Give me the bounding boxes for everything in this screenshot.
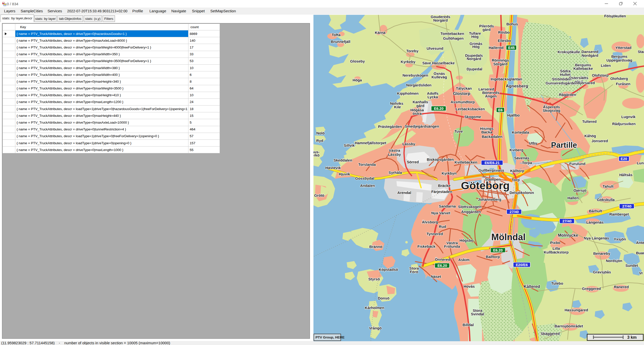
svg-text:Benareby: Benareby: [593, 252, 610, 256]
svg-text:Lunk: Lunk: [637, 161, 644, 165]
svg-text:Österslätts: Österslätts: [569, 76, 588, 80]
svg-text:Lilla: Lilla: [552, 247, 560, 251]
svg-text:Mölndal: Mölndal: [491, 232, 526, 242]
svg-text:Låssby: Låssby: [388, 153, 401, 157]
svg-text:27/40: 27/40: [510, 210, 519, 214]
svg-text:Assmundtorp: Assmundtorp: [451, 100, 475, 104]
svg-text:Skeddalen: Skeddalen: [334, 158, 352, 162]
svg-text:Backadalen: Backadalen: [482, 135, 502, 139]
svg-text:Ryd: Ryd: [316, 139, 323, 143]
svg-text:Älvsborg: Älvsborg: [422, 220, 438, 224]
svg-text:Backa: Backa: [481, 130, 492, 134]
svg-text:Sörgård: Sörgård: [493, 62, 508, 66]
svg-text:Sörred: Sörred: [407, 160, 419, 164]
svg-text:Hög: Hög: [472, 45, 480, 49]
svg-text:Kile: Kile: [394, 105, 401, 109]
svg-text:E20/E6: E20/E6: [516, 263, 528, 267]
svg-text:Gullöhagen: Gullöhagen: [443, 36, 463, 40]
svg-text:Johanneberg: Johanneberg: [478, 198, 501, 202]
svg-text:Ingebäcksgläntan: Ingebäcksgläntan: [491, 77, 522, 81]
svg-text:Utby: Utby: [529, 141, 538, 145]
svg-text:Frölunda: Frölunda: [444, 244, 460, 249]
svg-text:Delsjökolonin: Delsjökolonin: [509, 191, 534, 195]
svg-text:Partille: Partille: [551, 141, 577, 150]
svg-text:Håltsås: Håltsås: [619, 173, 633, 177]
svg-text:Kviberg: Kviberg: [509, 148, 523, 152]
svg-text:Norgård: Norgård: [467, 57, 481, 61]
svg-text:Tynnered: Tynnered: [426, 232, 443, 236]
svg-text:Brunnefjäll: Brunnefjäll: [331, 40, 350, 44]
svg-text:Buar: Buar: [636, 251, 644, 255]
svg-text:Ellesbo: Ellesbo: [498, 39, 511, 43]
svg-text:Billdal: Billdal: [463, 323, 474, 327]
svg-text:Mölnlycke: Mölnlycke: [558, 233, 578, 237]
svg-text:Ranered: Ranered: [614, 285, 629, 289]
svg-text:Låssby: Låssby: [403, 142, 416, 146]
svg-text:Olofsberg: Olofsberg: [610, 77, 628, 81]
svg-text:Kullbäckstorp: Kullbäckstorp: [544, 250, 569, 254]
svg-text:Bohus: Bohus: [506, 22, 518, 26]
svg-text:Norgårdsliden: Norgårdsliden: [406, 83, 431, 87]
svg-text:gård: gård: [482, 28, 491, 32]
svg-text:Kårholmen: Kårholmen: [365, 306, 384, 310]
svg-text:Kvillebäcken: Kvillebäcken: [455, 160, 477, 164]
svg-text:Torpa: Torpa: [522, 161, 532, 165]
svg-text:Balltorp: Balltorp: [486, 255, 500, 259]
svg-text:Dansered: Dansered: [581, 50, 598, 54]
svg-text:Kortedala: Kortedala: [512, 130, 529, 134]
svg-text:Stan: Stan: [638, 50, 644, 54]
svg-text:Skogome: Skogome: [464, 115, 481, 119]
svg-text:Kyrkeby: Kyrkeby: [401, 60, 416, 64]
svg-text:Lerbäcksbacken: Lerbäcksbacken: [456, 107, 485, 111]
svg-text:Brännö: Brännö: [369, 245, 382, 249]
svg-text:Rud: Rud: [439, 225, 446, 229]
svg-text:Kyrkbyn: Kyrkbyn: [441, 171, 456, 175]
svg-text:Vrångö: Vrångö: [369, 326, 382, 330]
svg-text:Tuve: Tuve: [454, 129, 463, 133]
svg-text:Färjestaden: Färjestaden: [431, 190, 452, 194]
svg-text:Yxsjön: Yxsjön: [614, 237, 626, 241]
svg-text:E6/E6.21: E6/E6.21: [485, 161, 500, 165]
svg-text:Tofta: Tofta: [332, 33, 341, 37]
svg-text:Näset: Näset: [431, 275, 441, 279]
svg-text:Rådjursviken: Rådjursviken: [612, 122, 636, 126]
svg-text:Nya Långenäs: Nya Långenäs: [584, 236, 609, 240]
svg-text:Olofstorp: Olofstorp: [592, 73, 609, 77]
svg-text:Gossbydal: Gossbydal: [355, 176, 374, 180]
svg-text:27/40: 27/40: [562, 219, 572, 223]
svg-text:Hjällbo: Hjällbo: [507, 113, 519, 117]
svg-text:Änggården: Änggården: [461, 210, 481, 214]
svg-text:Hög: Hög: [471, 35, 479, 39]
svg-text:Hovås: Hovås: [464, 284, 475, 288]
svg-text:3 km: 3 km: [627, 335, 637, 339]
svg-text:Rösbo: Rösbo: [498, 30, 510, 34]
svg-text:Öjersjö: Öjersjö: [574, 188, 586, 192]
svg-text:Svindal: Svindal: [471, 312, 484, 316]
svg-text:Torp: Torp: [512, 178, 520, 182]
svg-text:Prästegården: Prästegården: [378, 125, 402, 129]
svg-text:Hamnefjällstorpet: Hamnefjällstorpet: [355, 141, 386, 145]
svg-text:Toreby: Toreby: [406, 49, 419, 53]
svg-text:Kroksjökulle: Kroksjökulle: [558, 50, 580, 54]
svg-text:Köpstadsö: Köpstadsö: [379, 268, 398, 272]
svg-text:östra: östra: [413, 112, 422, 116]
svg-text:Högsbo: Högsbo: [459, 238, 473, 242]
svg-text:Smedjegårdsängen: Smedjegårdsängen: [405, 124, 439, 128]
svg-text:Tålyckan: Tålyckan: [456, 86, 472, 90]
svg-text:örkö: örkö: [313, 153, 319, 157]
svg-text:Gökskulla: Gökskulla: [597, 198, 615, 202]
svg-text:Liden: Liden: [601, 64, 611, 68]
svg-text:Sundet: Sundet: [625, 264, 638, 268]
svg-text:Kulleväg: Kulleväg: [431, 75, 447, 79]
svg-text:Biskopsgården: Biskopsgården: [427, 158, 454, 162]
svg-text:Ytterstad: Ytterstad: [615, 46, 631, 50]
svg-text:Torslanda: Torslanda: [358, 163, 376, 167]
svg-text:Ängen: Ängen: [485, 94, 497, 98]
svg-text:Nya Varvet: Nya Varvet: [431, 211, 450, 215]
svg-text:Tahult: Tahult: [602, 184, 613, 188]
svg-text:Hallen: Hallen: [568, 196, 579, 200]
svg-text:E6: E6: [498, 108, 503, 112]
svg-text:Bårhult: Bårhult: [589, 209, 602, 213]
svg-text:Kålltorp: Kålltorp: [510, 169, 524, 173]
svg-text:Gravsjöås: Gravsjöås: [593, 270, 611, 274]
